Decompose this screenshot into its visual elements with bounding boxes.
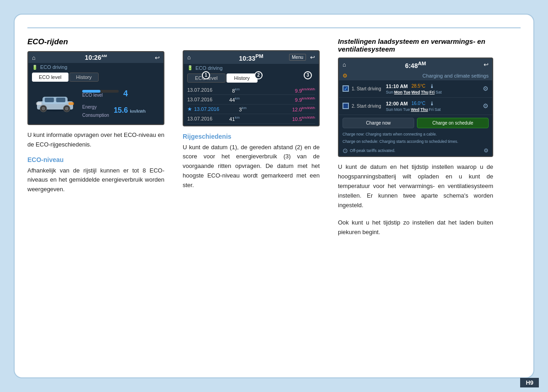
- left-section-title: ECO-rijden: [27, 37, 164, 47]
- svg-rect-3: [45, 98, 54, 102]
- svg-rect-4: [56, 98, 65, 102]
- back-icon: ↩: [155, 54, 160, 61]
- home-icon-2: ⌂: [187, 54, 191, 61]
- circle-1: 1: [202, 71, 210, 79]
- middle-body: U kunt de datum (1), de gereden afstand …: [183, 143, 320, 190]
- offpeak-icon: ⊙: [342, 147, 348, 154]
- right-section-title: Instellingen laadsysteem en verwarmings-…: [338, 37, 493, 53]
- left-body2: Afhankelijk van de rijstijl kunnen er to…: [27, 166, 164, 194]
- screen1-nav-label: ECO driving: [40, 64, 67, 70]
- charge-schedule-button[interactable]: Charge on schedule: [417, 118, 489, 128]
- subsection-eco-niveau: ECO-niveau: [27, 156, 164, 163]
- car-image: [32, 90, 78, 117]
- home-icon: ⌂: [32, 54, 36, 61]
- screen3-time: 6:48AM: [405, 60, 426, 69]
- checkbox-1[interactable]: ✓: [342, 85, 349, 92]
- back-icon-2: ↩: [310, 54, 315, 61]
- circle-2: 2: [254, 71, 263, 79]
- svg-point-6: [42, 107, 45, 110]
- offpeak-label: Off-peak tariffs activated.: [350, 148, 395, 153]
- info-text-1: Charge now: Charging starts when connect…: [339, 131, 492, 138]
- screen2-nav-label: ECO driving: [195, 65, 222, 71]
- drive-temp-1: 28.5°C: [411, 84, 426, 89]
- right-body2: Ook kunt u het tijdstip zo instellen dat…: [338, 218, 493, 237]
- info-text-2: Charge on schedule: Charging starts acco…: [339, 138, 492, 146]
- history-row-2: 13.07.2016 44km 9.9km/kWh: [187, 95, 315, 105]
- tab-eco-level[interactable]: ECO level: [32, 73, 68, 82]
- schedule-row-1: ✓ 1. Start driving 11:10 AM 28.5°C 🌡 Sun…: [339, 80, 492, 98]
- tab-history-2[interactable]: History: [227, 73, 258, 83]
- screen2-history: ⌂ 10:33PM Menu ↩ 🔋 ECO driving ECO level…: [183, 50, 320, 126]
- eco-level-label: ECO level: [82, 93, 119, 98]
- right-body1: U kunt de datum en het tijdstip instelle…: [338, 162, 493, 210]
- eco-level-value: 4: [123, 89, 128, 99]
- drive-label-2: 2. Start driving: [352, 104, 381, 109]
- left-body1: U kunt informatie opvragen over het ECO-…: [27, 131, 164, 150]
- svg-rect-9: [36, 102, 42, 105]
- subsection-rijgeschiedenis: Rijgeschiedenis: [183, 133, 320, 140]
- screen3-charging: ⌂ 6:48AM ↩ ⚙ Charging and climate settin…: [338, 57, 493, 157]
- screen2-time: 10:33PM: [239, 53, 263, 62]
- screen1-eco: ⌂ 10:26AM ↩ 🔋 ECO driving ECO level Hist…: [27, 51, 164, 125]
- gear-icon-1[interactable]: ⚙: [483, 85, 489, 92]
- svg-rect-10: [68, 102, 74, 105]
- drive-temp-2: 16.0°C: [411, 101, 426, 106]
- back-icon-3: ↩: [484, 61, 489, 68]
- charge-buttons-area: Charge now Charge on schedule: [339, 115, 492, 131]
- menu-button[interactable]: Menu: [289, 54, 306, 61]
- drive-label-1: 1. Start driving: [352, 86, 381, 91]
- gear-icon-3[interactable]: ⚙: [484, 147, 489, 154]
- screen3-nav-label: Charging and climate settings: [422, 73, 489, 78]
- schedule-row-2: 2. Start driving 12:00 AM 16.0°C 🌡 Sun M…: [339, 98, 492, 115]
- checkbox-2[interactable]: [342, 103, 349, 109]
- home-icon-3: ⌂: [342, 61, 346, 68]
- gear-icon-2[interactable]: ⚙: [483, 102, 489, 110]
- history-row-4: 13.07.2016 41km 10.5km/kWh: [187, 114, 315, 124]
- screen1-time: 10:26AM: [85, 54, 107, 61]
- energy-value: 15.6 km/kWh: [114, 106, 146, 115]
- charge-now-button[interactable]: Charge now: [342, 118, 414, 128]
- offpeak-row: ⊙ Off-peak tariffs activated. ⚙: [339, 145, 492, 156]
- history-rows: 13.07.2016 8km 9.9km/kWh 13.07.2016 44km…: [184, 84, 319, 125]
- history-row-3: ★ 13.07.2016 3km 12.0km/kWh: [187, 105, 315, 114]
- tab-history[interactable]: History: [69, 73, 99, 82]
- svg-point-8: [65, 107, 68, 110]
- drive-time-1: 11:10 AM: [386, 84, 408, 89]
- drive-time-2: 12:00 AM: [386, 101, 408, 106]
- circle-3: 3: [304, 71, 312, 79]
- history-row-1: 13.07.2016 8km 9.9km/kWh: [187, 86, 315, 95]
- page-number: H9: [520, 378, 539, 387]
- energy-label: EnergyConsumption: [82, 105, 109, 118]
